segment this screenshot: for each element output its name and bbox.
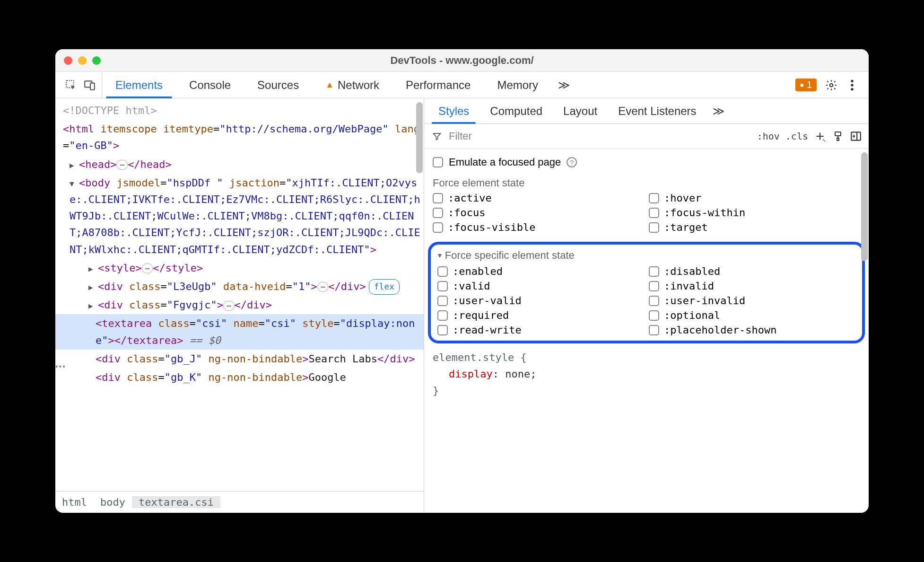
- state-invalid[interactable]: :invalid: [649, 280, 855, 292]
- state-placeholder-shown[interactable]: :placeholder-shown: [649, 324, 855, 336]
- state-optional[interactable]: :optional: [649, 309, 855, 321]
- state-focus[interactable]: :focus: [433, 207, 644, 219]
- breadcrumb-body[interactable]: body: [94, 496, 132, 508]
- hov-toggle[interactable]: :hov: [757, 131, 780, 142]
- dom-body-open[interactable]: ▼<body jsmodel="hspDDf " jsaction="xjhTI…: [55, 174, 424, 259]
- titlebar: DevTools - www.google.com/: [55, 49, 869, 72]
- force-state-label: Force element state: [424, 172, 869, 192]
- svg-rect-8: [837, 138, 839, 140]
- svg-point-3: [830, 83, 833, 87]
- force-state-grid: :active :hover :focus :focus-within :foc…: [424, 192, 869, 239]
- subtab-computed[interactable]: Computed: [479, 98, 553, 123]
- scrollbar-thumb[interactable]: [861, 152, 868, 261]
- tab-performance[interactable]: Performance: [392, 72, 484, 98]
- element-style-rule[interactable]: element.style { display: none; }: [424, 349, 869, 399]
- subtab-styles[interactable]: Styles: [428, 98, 479, 123]
- styles-panel: Styles Computed Layout Event Listeners ≫…: [424, 98, 869, 513]
- subtab-event-listeners[interactable]: Event Listeners: [608, 98, 706, 123]
- specific-state-header[interactable]: Force specific element state: [436, 248, 857, 265]
- dom-style[interactable]: ▶<style>⋯</style>: [55, 259, 424, 277]
- state-focus-within[interactable]: :focus-within: [649, 207, 860, 219]
- subtab-layout[interactable]: Layout: [553, 98, 608, 123]
- state-focus-visible[interactable]: :focus-visible: [433, 221, 644, 233]
- dom-div-fgvgjc[interactable]: ▶<div class="Fgvgjc">⋯</div>: [55, 296, 424, 314]
- svg-point-6: [851, 88, 853, 90]
- cls-toggle[interactable]: .cls: [785, 131, 808, 142]
- styles-content: Emulate a focused page ? Force element s…: [424, 149, 869, 513]
- state-disabled[interactable]: :disabled: [649, 265, 855, 277]
- specific-state-grid: :enabled :disabled :valid :invalid :user…: [436, 265, 857, 336]
- breadcrumb: html body textarea.csi: [55, 491, 424, 513]
- dom-div-gbk[interactable]: <div class="gb_K" ng-non-bindable>Google: [55, 368, 424, 386]
- styles-subtabs: Styles Computed Layout Event Listeners ≫: [424, 98, 869, 124]
- filter-input[interactable]: [449, 130, 751, 142]
- dom-textarea-selected[interactable]: <textarea class="csi" name="csi" style="…: [55, 314, 424, 349]
- paint-icon[interactable]: [832, 130, 844, 142]
- state-required[interactable]: :required: [437, 309, 644, 321]
- device-toggle-icon[interactable]: [84, 79, 96, 91]
- svg-point-5: [851, 84, 853, 86]
- state-hover[interactable]: :hover: [649, 192, 860, 204]
- state-valid[interactable]: :valid: [437, 280, 644, 292]
- tab-network[interactable]: Network: [312, 72, 392, 98]
- main-toolbar: Elements Console Sources Network Perform…: [55, 72, 869, 98]
- tab-memory[interactable]: Memory: [484, 72, 551, 98]
- settings-gear-icon[interactable]: [825, 79, 837, 91]
- kebab-menu-icon[interactable]: [846, 79, 858, 91]
- inspect-element-icon[interactable]: [65, 79, 77, 91]
- tab-console[interactable]: Console: [176, 72, 244, 98]
- gutter-ellipsis-icon: •••: [55, 362, 66, 371]
- filter-bar: :hov .cls: [424, 124, 869, 149]
- help-icon[interactable]: ?: [567, 157, 577, 167]
- dom-doctype[interactable]: <!DOCTYPE html>: [55, 101, 424, 120]
- subtabs-overflow[interactable]: ≫: [707, 98, 730, 123]
- tab-sources[interactable]: Sources: [244, 72, 312, 98]
- elements-panel: ••• <!DOCTYPE html> <html itemscope item…: [55, 98, 424, 513]
- dom-div-l3eugb[interactable]: ▶<div class="L3eUgb" data-hveid="1">⋯</d…: [55, 277, 424, 296]
- toggle-sidebar-icon[interactable]: [850, 130, 862, 142]
- new-style-rule-icon[interactable]: [814, 130, 826, 142]
- state-target[interactable]: :target: [649, 221, 860, 233]
- dom-head[interactable]: ▶<head>⋯</head>: [55, 155, 424, 174]
- window-title: DevTools - www.google.com/: [55, 54, 869, 67]
- state-active[interactable]: :active: [433, 192, 644, 204]
- emulate-focused-row[interactable]: Emulate a focused page ?: [424, 152, 869, 172]
- breadcrumb-html[interactable]: html: [55, 496, 94, 508]
- checkbox-emulate[interactable]: [433, 157, 443, 167]
- svg-rect-7: [835, 132, 841, 136]
- devtools-window: DevTools - www.google.com/ Elements Cons…: [55, 49, 869, 513]
- state-user-valid[interactable]: :user-valid: [437, 295, 644, 307]
- breadcrumb-textarea[interactable]: textarea.csi: [132, 496, 220, 508]
- svg-point-4: [851, 79, 853, 82]
- dom-html-open[interactable]: <html itemscope itemtype="http://schema.…: [55, 120, 424, 155]
- state-user-invalid[interactable]: :user-invalid: [649, 295, 855, 307]
- dom-div-gbj[interactable]: <div class="gb_J" ng-non-bindable>Search…: [55, 350, 424, 368]
- state-enabled[interactable]: :enabled: [437, 265, 644, 277]
- main-tabs: Elements Console Sources Network Perform…: [102, 72, 789, 98]
- dom-tree[interactable]: <!DOCTYPE html> <html itemscope itemtype…: [55, 98, 424, 491]
- warnings-badge[interactable]: 1: [795, 79, 817, 91]
- filter-icon: [431, 130, 443, 142]
- main-content: ••• <!DOCTYPE html> <html itemscope item…: [55, 98, 869, 513]
- emulate-label: Emulate a focused page: [449, 156, 561, 168]
- specific-state-highlight: Force specific element state :enabled :d…: [428, 242, 865, 343]
- state-read-write[interactable]: :read-write: [437, 324, 644, 336]
- scrollbar-thumb[interactable]: [416, 102, 423, 173]
- svg-rect-2: [90, 83, 95, 89]
- tab-elements[interactable]: Elements: [102, 72, 176, 98]
- tabs-overflow[interactable]: ≫: [551, 72, 576, 98]
